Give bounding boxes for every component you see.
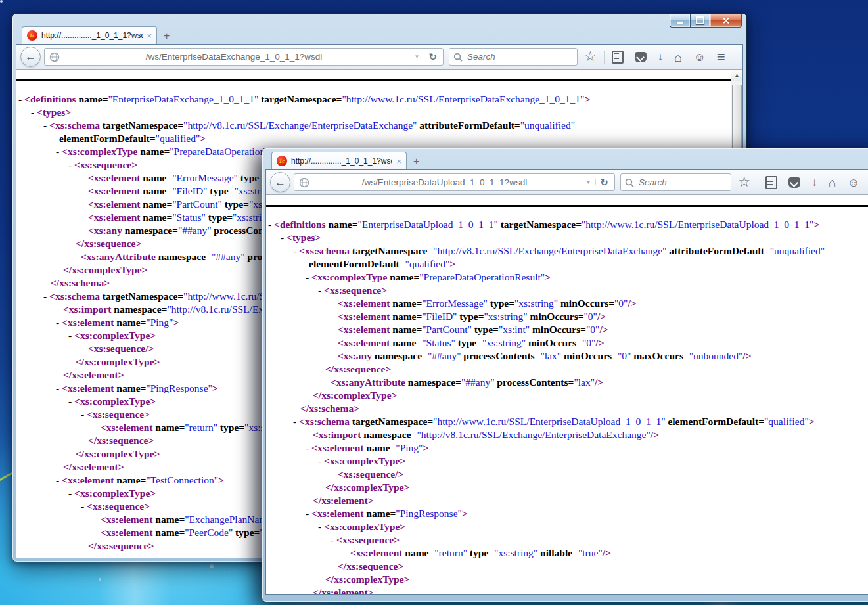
- downloads-icon[interactable]: ↓: [658, 51, 664, 62]
- url-text[interactable]: /ws/EnterpriseDataExchange_1_0_1_1?wsdl: [64, 52, 403, 62]
- xml-line: <xs:element name="Status" type="xs:strin…: [266, 336, 868, 349]
- xml-line: </xs:element>: [266, 586, 868, 594]
- back-button[interactable]: ←: [270, 172, 290, 192]
- tab-wsdl[interactable]: 1c http://.............._1_0_1_1?wsdl ×: [271, 152, 407, 169]
- xml-line: <xs:element name="ErrorMessage" type="xs…: [266, 297, 868, 310]
- xml-line: - <xs:element name="PingResponse">: [266, 507, 868, 520]
- bookmarks-menu-icon[interactable]: [765, 176, 777, 189]
- hamburger-menu-icon[interactable]: ≡: [717, 50, 725, 64]
- xml-line: </xs:sequence>: [266, 560, 868, 573]
- xml-line: <xs:element name="return" type="xs:strin…: [266, 547, 868, 560]
- reload-icon[interactable]: ↻: [596, 177, 612, 189]
- xml-line: </xs:schema>: [266, 402, 868, 415]
- xml-line: elementFormDefault="qualified">: [16, 132, 731, 145]
- search-icon: [453, 53, 463, 62]
- tab-close-icon[interactable]: ×: [396, 157, 401, 166]
- home-icon[interactable]: ⌂: [829, 176, 836, 189]
- xml-line: - <types>: [266, 231, 868, 244]
- back-button[interactable]: ←: [20, 47, 41, 67]
- xml-line: - <xs:complexType name="PrepareDataOpera…: [266, 271, 868, 284]
- clipboard-icon: [765, 176, 777, 189]
- xml-line: <xs:sequence/>: [266, 468, 868, 481]
- divider: [758, 176, 758, 189]
- new-tab-button[interactable]: +: [164, 30, 170, 44]
- history-dropdown-icon[interactable]: ▼: [410, 54, 425, 60]
- xml-line: </xs:sequence>: [266, 363, 868, 376]
- pocket-icon[interactable]: [635, 52, 647, 62]
- xml-line: <xs:import namespace="http://v8.1c.ru/SS…: [266, 428, 868, 441]
- bookmark-star-icon[interactable]: ☆: [584, 49, 597, 63]
- pocket-chevron-icon: [635, 52, 647, 62]
- xml-line: - <types>: [16, 106, 731, 119]
- bookmarks-menu-icon[interactable]: [612, 51, 624, 64]
- xml-line: elementFormDefault="qualified">: [266, 258, 868, 271]
- divider: [604, 51, 605, 64]
- tab-wsdl[interactable]: 1c http://.............._1_0_1_1?wsdl ×: [22, 26, 157, 44]
- xml-line: <xs:any namespace="##any" processContent…: [266, 349, 868, 363]
- xml-line: - <xs:element name="Ping">: [266, 441, 868, 455]
- tab-title: http://.............._1_0_1_1?wsdl: [41, 31, 143, 40]
- url-text[interactable]: /ws/EnterpriseDataUpload_1_0_1_1?wsdl: [314, 177, 575, 187]
- navigation-toolbar: ← /ws/EnterpriseDataExchange_1_0_1_1?wsd…: [16, 45, 742, 70]
- xml-line: </xs:complexType>: [266, 481, 868, 494]
- search-icon: [625, 178, 634, 187]
- tab-close-icon[interactable]: ×: [147, 32, 152, 40]
- bookmark-star-icon[interactable]: ☆: [738, 175, 750, 189]
- browser-client-area: ← /ws/EnterpriseDataUpload_1_0_1_1?wsdl …: [265, 169, 868, 595]
- xml-line: - <xs:complexType>: [266, 455, 868, 468]
- xml-line: - <xs:schema targetNamespace="http://v8.…: [266, 244, 868, 258]
- urlbar-buttons: ▼ ↻: [410, 49, 442, 65]
- scroll-up-arrow-icon[interactable]: ▲: [731, 70, 742, 81]
- xml-line: - <xs:complexType>: [266, 520, 868, 533]
- xml-line: </xs:complexType>: [266, 573, 868, 586]
- toolbar-icons: ☆ ↓ ⌂ ☺ ≡: [738, 175, 868, 190]
- xml-line: - <definitions name="EnterpriseDataUploa…: [266, 218, 868, 231]
- clipboard-icon: [612, 51, 624, 64]
- reload-icon[interactable]: ↻: [424, 51, 441, 63]
- xml-viewer-separator: [266, 205, 868, 207]
- xml-document: - <definitions name="EnterpriseDataUploa…: [266, 218, 868, 594]
- tab-strip: 1c http://.............._1_0_1_1?wsdl × …: [271, 151, 868, 169]
- url-bar[interactable]: /ws/EnterpriseDataUpload_1_0_1_1?wsdl ▼ …: [294, 173, 615, 191]
- favicon-1c-icon: 1c: [277, 156, 287, 166]
- wallpaper-sparkles: [0, 0, 3, 3]
- xml-line: </xs:element>: [266, 494, 868, 507]
- xml-line: <xs:anyAttribute namespace="##any" proce…: [266, 376, 868, 389]
- toolbar-icons: ☆ ↓ ⌂ ☺ ≡: [584, 50, 725, 64]
- home-icon[interactable]: ⌂: [674, 51, 682, 64]
- xml-line: - <definitions name="EnterpriseDataExcha…: [16, 93, 731, 106]
- search-input[interactable]: [637, 177, 719, 188]
- xml-line: - <xs:sequence>: [266, 533, 868, 547]
- search-box[interactable]: [449, 48, 578, 66]
- favicon-1c-icon: 1c: [27, 30, 37, 41]
- hello-smiley-icon[interactable]: ☺: [848, 177, 859, 189]
- xml-line: - <xs:schema targetNamespace="http://v8.…: [16, 119, 731, 132]
- scrollbar-thumb[interactable]: [732, 85, 742, 154]
- tab-strip: 1c http://.............._1_0_1_1?wsdl × …: [22, 26, 737, 44]
- search-input[interactable]: [466, 51, 547, 62]
- new-tab-button[interactable]: +: [413, 156, 419, 169]
- url-bar[interactable]: /ws/EnterpriseDataExchange_1_0_1_1?wsdl …: [44, 48, 444, 66]
- navigation-toolbar: ← /ws/EnterpriseDataUpload_1_0_1_1?wsdl …: [266, 170, 868, 195]
- close-icon: [722, 17, 729, 24]
- xml-viewer-content: - <definitions name="EnterpriseDataUploa…: [266, 195, 868, 594]
- xml-line: - <xs:sequence>: [266, 284, 868, 297]
- pocket-chevron-icon: [788, 177, 800, 188]
- xml-line: </xs:complexType>: [266, 389, 868, 402]
- maximize-icon: [696, 16, 704, 24]
- hello-smiley-icon[interactable]: ☺: [693, 51, 705, 63]
- xml-line: <xs:element name="PartCount" type="xs:in…: [266, 323, 868, 336]
- history-dropdown-icon[interactable]: ▼: [581, 179, 596, 185]
- tab-title: http://.............._1_0_1_1?wsdl: [291, 156, 392, 166]
- globe-icon: [49, 52, 60, 62]
- downloads-icon[interactable]: ↓: [811, 177, 817, 188]
- globe-icon: [299, 177, 309, 188]
- xml-line: - <xs:schema targetNamespace="http://www…: [266, 415, 868, 428]
- xml-viewer-separator: [16, 79, 731, 81]
- minimize-icon: [677, 22, 683, 24]
- firefox-window-upload: 1c http://.............._1_0_1_1?wsdl × …: [262, 148, 868, 602]
- search-box[interactable]: [620, 173, 731, 191]
- pocket-icon[interactable]: [788, 177, 800, 188]
- xml-line: <xs:element name="FileID" type="xs:strin…: [266, 310, 868, 323]
- urlbar-buttons: ▼ ↻: [581, 174, 612, 190]
